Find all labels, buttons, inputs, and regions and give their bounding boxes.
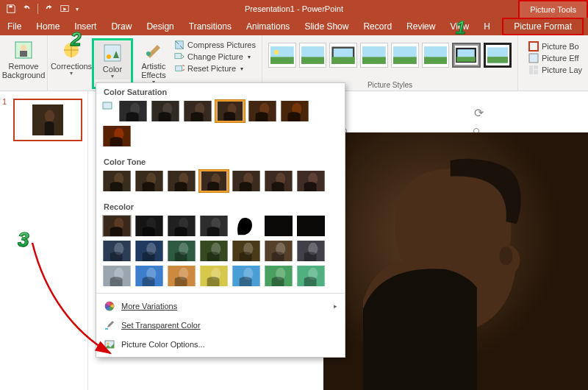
- color-swatch[interactable]: [199, 265, 229, 287]
- color-swatch[interactable]: [215, 100, 245, 122]
- rotate-handle-icon[interactable]: ⟳: [474, 106, 484, 120]
- picture-style-thumb[interactable]: [360, 43, 388, 68]
- color-swatch[interactable]: [296, 215, 326, 237]
- color-swatch[interactable]: [232, 215, 261, 237]
- change-picture-button[interactable]: Change Picture▾: [174, 52, 256, 62]
- color-swatch[interactable]: [167, 215, 196, 237]
- svg-point-112: [107, 343, 110, 345]
- compress-pictures-button[interactable]: Compress Pictures: [174, 40, 256, 50]
- tab-slideshow[interactable]: Slide Show: [297, 18, 356, 35]
- svg-rect-14: [270, 57, 294, 64]
- picture-style-thumb[interactable]: [422, 43, 450, 68]
- color-swatch[interactable]: [264, 170, 293, 192]
- svg-rect-30: [529, 42, 538, 51]
- svg-rect-79: [297, 216, 325, 236]
- qat-more-icon[interactable]: ▾: [74, 2, 81, 15]
- color-swatch[interactable]: [167, 170, 196, 192]
- picture-border-button[interactable]: Picture Bo: [528, 41, 582, 52]
- color-swatch[interactable]: [102, 170, 132, 192]
- redo-icon[interactable]: [43, 2, 56, 15]
- picture-effects-button[interactable]: Picture Eff: [528, 53, 582, 63]
- svg-rect-12: [176, 66, 182, 71]
- tab-review[interactable]: Review: [399, 18, 442, 35]
- set-transparent-color-item[interactable]: Set Transparent Color: [96, 316, 345, 335]
- picture-style-thumb[interactable]: [329, 43, 357, 68]
- color-swatch[interactable]: [118, 100, 148, 122]
- annotation-callout-1: 1: [456, 18, 476, 38]
- color-swatch[interactable]: [135, 240, 164, 262]
- svg-rect-25: [424, 57, 448, 64]
- color-swatch[interactable]: [135, 170, 164, 192]
- undo-icon[interactable]: [20, 2, 33, 15]
- tab-transitions[interactable]: Transitions: [182, 18, 239, 35]
- save-icon[interactable]: [4, 2, 18, 15]
- svg-rect-31: [529, 54, 538, 63]
- color-swatch[interactable]: [199, 240, 229, 262]
- picture-style-thumb[interactable]: [452, 43, 480, 68]
- color-swatch[interactable]: [167, 240, 196, 262]
- tab-home[interactable]: Home: [29, 18, 67, 35]
- picture-layout-button[interactable]: Picture Lay: [528, 65, 582, 75]
- tab-file[interactable]: File: [0, 18, 29, 35]
- slide-thumbnail-pane[interactable]: 1: [0, 91, 88, 390]
- color-swatch[interactable]: [296, 170, 326, 192]
- color-swatch[interactable]: [232, 170, 261, 192]
- picture-options-icon: [104, 338, 115, 350]
- color-button[interactable]: Color ▾: [95, 41, 130, 79]
- picture-styles-gallery[interactable]: [268, 38, 512, 79]
- picture-style-thumb[interactable]: [391, 43, 419, 68]
- color-swatch[interactable]: [151, 100, 180, 122]
- tab-draw[interactable]: Draw: [104, 18, 139, 35]
- color-swatch[interactable]: [296, 265, 326, 287]
- svg-point-15: [274, 50, 279, 54]
- remove-background-button[interactable]: Remove Background: [6, 38, 41, 89]
- color-swatch[interactable]: [167, 265, 196, 287]
- color-swatch[interactable]: [199, 170, 229, 192]
- svg-rect-11: [175, 54, 182, 59]
- section-title-tone: Color Tone: [102, 157, 339, 166]
- color-swatch[interactable]: [232, 240, 261, 262]
- color-swatch[interactable]: [264, 215, 293, 237]
- tab-picture-format[interactable]: Picture Format: [502, 18, 584, 35]
- selected-picture[interactable]: [323, 132, 588, 390]
- color-swatch[interactable]: [102, 240, 132, 262]
- picture-style-thumb[interactable]: [484, 43, 512, 68]
- svg-rect-33: [534, 65, 538, 69]
- tab-animations[interactable]: Animations: [239, 18, 297, 35]
- color-swatch[interactable]: [183, 100, 212, 122]
- color-swatch[interactable]: [248, 100, 277, 122]
- eyedropper-icon: [104, 319, 115, 331]
- tab-record[interactable]: Record: [356, 18, 399, 35]
- color-swatch[interactable]: [102, 265, 132, 287]
- color-swatch[interactable]: [296, 240, 326, 262]
- tab-design[interactable]: Design: [139, 18, 181, 35]
- color-swatch[interactable]: [264, 265, 293, 287]
- svg-rect-29: [487, 57, 508, 63]
- color-swatch[interactable]: [102, 125, 132, 147]
- picture-color-options-item[interactable]: Picture Color Options...: [96, 335, 345, 354]
- color-swatch[interactable]: [135, 265, 164, 287]
- svg-point-39: [499, 247, 512, 265]
- color-swatch[interactable]: [102, 215, 132, 237]
- reset-picture-button[interactable]: Reset Picture▾: [174, 63, 256, 74]
- svg-rect-78: [265, 216, 293, 236]
- start-from-beginning-icon[interactable]: [58, 2, 71, 15]
- tab-help[interactable]: H: [476, 18, 498, 35]
- color-swatch[interactable]: [280, 100, 309, 122]
- color-swatch[interactable]: [199, 215, 229, 237]
- chevron-down-icon: ▾: [111, 73, 114, 79]
- more-variations-item[interactable]: More Variations ▸: [96, 297, 345, 316]
- picture-style-thumb[interactable]: [268, 43, 296, 68]
- slide-thumbnail[interactable]: [13, 99, 82, 141]
- svg-rect-34: [534, 70, 538, 74]
- svg-rect-32: [529, 65, 533, 74]
- picture-style-thumb[interactable]: [299, 43, 327, 68]
- svg-rect-6: [104, 45, 121, 61]
- svg-point-3: [21, 45, 26, 51]
- svg-rect-17: [301, 57, 325, 64]
- color-swatch[interactable]: [264, 240, 293, 262]
- color-swatch[interactable]: [232, 265, 261, 287]
- contextual-tools-label: Picture Tools: [518, 0, 588, 18]
- color-swatch[interactable]: [135, 215, 164, 237]
- artistic-effects-button[interactable]: Artistic Effects ▾: [136, 38, 171, 89]
